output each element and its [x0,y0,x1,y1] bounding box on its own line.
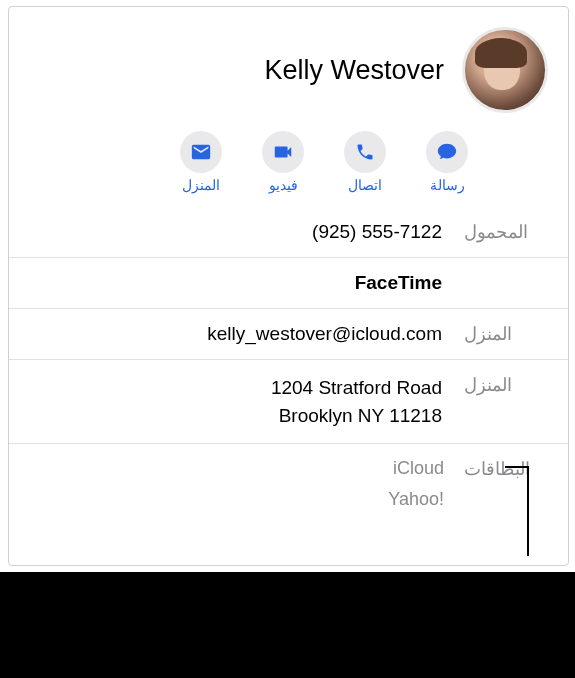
video-label: فيديو [269,177,298,193]
email-row[interactable]: المنزل kelly_westover@icloud.com [9,309,568,360]
contact-name: Kelly Westover [29,55,444,86]
call-label: اتصال [348,177,382,193]
contact-header: Kelly Westover [9,7,568,123]
mobile-row[interactable]: المحمول (925) 555-7122 [9,207,568,258]
mail-label: المنزل [182,177,220,193]
email-label: المنزل [458,323,568,345]
mail-icon [180,131,222,173]
card-account-icloud[interactable]: iCloud [388,458,444,479]
card-account-yahoo[interactable]: Yahoo! [388,489,444,510]
message-button[interactable]: رسالة [426,131,468,193]
cards-row: البطاقات iCloud Yahoo! [9,444,568,524]
avatar[interactable] [462,27,548,113]
address-value: 1204 Stratford Road Brooklyn NY 11218 [21,374,444,429]
footer-region [0,572,575,678]
contact-details: المحمول (925) 555-7122 FaceTime المنزل k… [9,207,568,524]
video-icon [262,131,304,173]
address-label: المنزل [458,374,568,396]
mobile-value: (925) 555-7122 [21,221,444,243]
action-bar: رسالة اتصال فيديو المنزل [9,123,568,207]
message-label: رسالة [430,177,465,193]
mobile-label: المحمول [458,221,568,243]
email-value: kelly_westover@icloud.com [21,323,444,345]
message-icon [426,131,468,173]
call-button[interactable]: اتصال [344,131,386,193]
address-row[interactable]: المنزل 1204 Stratford Road Brooklyn NY 1… [9,360,568,444]
video-button[interactable]: فيديو [262,131,304,193]
cards-list: iCloud Yahoo! [388,458,444,510]
phone-icon [344,131,386,173]
facetime-row[interactable]: FaceTime [9,258,568,309]
annotation-callout-line [527,466,529,556]
facetime-value: FaceTime [21,272,444,294]
cards-label: البطاقات [458,458,568,480]
mail-button[interactable]: المنزل [180,131,222,193]
contact-card: Kelly Westover رسالة اتصال فيديو المنز [8,6,569,566]
